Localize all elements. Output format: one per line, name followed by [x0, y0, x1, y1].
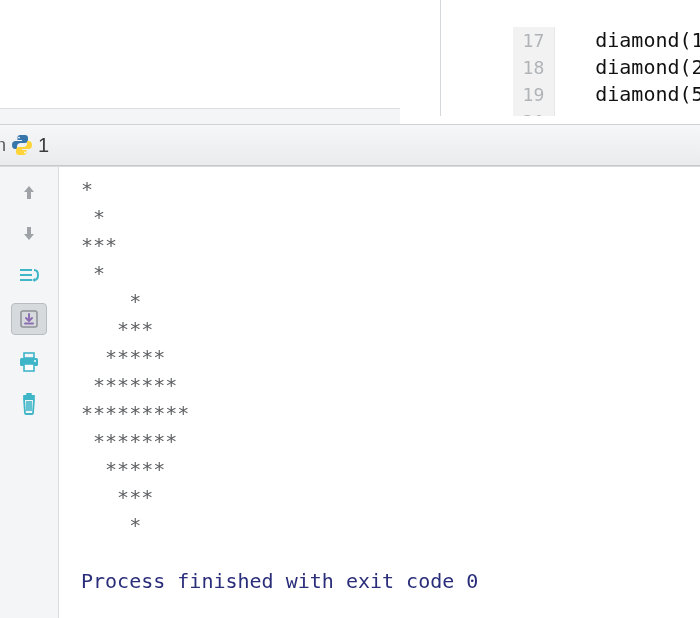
code-editor[interactable]: 17diamond(1 18diamond(2 19diamond(5 20: [440, 0, 700, 116]
tab-label-fragment: n: [0, 135, 6, 156]
line-number: 17: [513, 27, 555, 54]
line-number: 18: [513, 54, 555, 81]
scroll-to-end-button[interactable]: [11, 303, 47, 335]
scroll-up-button[interactable]: [12, 177, 46, 207]
editor-strip: [0, 108, 400, 125]
upper-region: 17diamond(1 18diamond(2 19diamond(5 20: [0, 0, 700, 116]
code-text: diamond(5: [555, 81, 700, 108]
editor-blank-area: [0, 0, 440, 116]
scroll-to-end-icon: [19, 309, 39, 329]
svg-rect-11: [23, 395, 35, 398]
console-panel: * * *** * * *** ***** ******* ********* …: [0, 166, 700, 618]
print-icon: [18, 352, 40, 372]
trash-icon: [19, 393, 39, 415]
scroll-down-button[interactable]: [12, 219, 46, 249]
arrow-up-icon: [20, 183, 38, 201]
exit-message: Process finished with exit code 0: [81, 569, 478, 593]
svg-rect-7: [24, 353, 34, 358]
output-text: * * *** * * *** ***** ******* ********* …: [81, 177, 189, 537]
tab-number[interactable]: 1: [38, 134, 49, 157]
editor-line[interactable]: 17diamond(1: [441, 0, 700, 27]
line-number: 20: [513, 108, 555, 116]
svg-rect-12: [26, 393, 32, 395]
soft-wrap-icon: [18, 267, 40, 285]
clear-all-button[interactable]: [12, 389, 46, 419]
print-button[interactable]: [12, 347, 46, 377]
svg-point-10: [34, 360, 36, 362]
run-tab-bar: n 1: [0, 124, 700, 166]
code-text: diamond(2: [555, 54, 700, 81]
arrow-down-icon: [20, 225, 38, 243]
code-text: diamond(1: [555, 27, 700, 54]
python-icon: [10, 133, 34, 157]
svg-point-1: [24, 152, 26, 154]
svg-rect-9: [24, 364, 34, 371]
console-toolbar: [0, 167, 59, 618]
console-output[interactable]: * * *** * * *** ***** ******* ********* …: [59, 167, 700, 618]
soft-wrap-button[interactable]: [12, 261, 46, 291]
svg-point-0: [18, 137, 20, 139]
line-number: 19: [513, 81, 555, 108]
